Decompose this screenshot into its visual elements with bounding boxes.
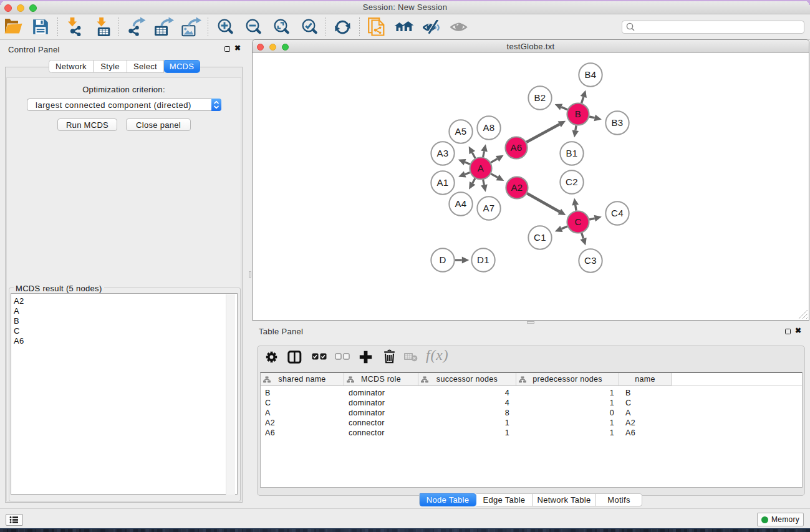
- svg-text:C: C: [574, 216, 581, 227]
- svg-text:A7: A7: [483, 203, 495, 213]
- svg-text:A4: A4: [455, 198, 467, 209]
- svg-text:C4: C4: [611, 208, 624, 218]
- svg-text:B2: B2: [534, 92, 546, 103]
- svg-text:A1: A1: [437, 177, 449, 188]
- svg-text:A2: A2: [511, 182, 523, 193]
- svg-text:B: B: [575, 109, 581, 119]
- svg-text:A5: A5: [455, 126, 467, 137]
- svg-text:A8: A8: [483, 122, 495, 133]
- svg-text:C3: C3: [584, 255, 597, 266]
- svg-text:B1: B1: [566, 148, 578, 158]
- svg-text:C1: C1: [534, 232, 546, 243]
- svg-text:A6: A6: [511, 142, 523, 153]
- svg-text:D: D: [439, 254, 446, 265]
- svg-text:A3: A3: [437, 148, 449, 158]
- svg-text:B4: B4: [585, 69, 597, 80]
- svg-text:D1: D1: [477, 254, 489, 265]
- svg-text:A: A: [478, 163, 484, 173]
- svg-text:C2: C2: [566, 177, 578, 187]
- svg-text:B3: B3: [612, 117, 624, 128]
